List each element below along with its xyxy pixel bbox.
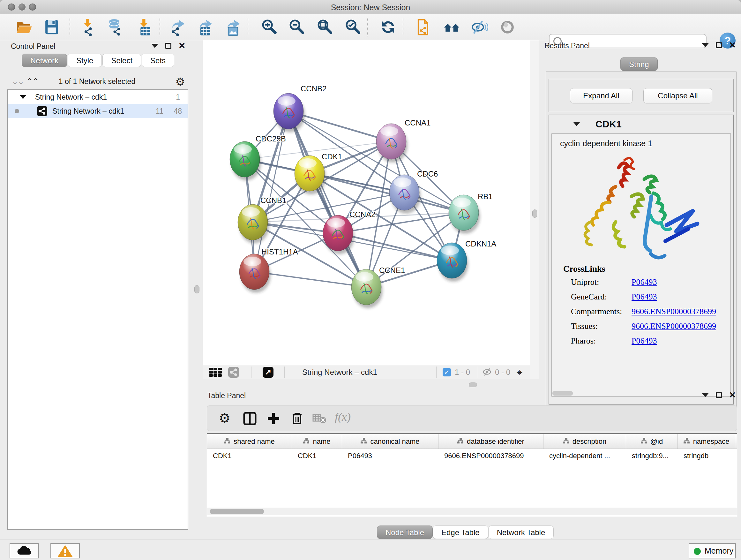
expand-all-button[interactable]: Expand All xyxy=(570,88,632,104)
column-header-shared-name[interactable]: shared name xyxy=(207,434,292,449)
tab-edge-table[interactable]: Edge Table xyxy=(433,525,488,539)
column-header-description[interactable]: description xyxy=(543,434,626,449)
import-table-from-file-icon[interactable] xyxy=(135,18,153,36)
column-header-canonical-name[interactable]: canonical name xyxy=(342,434,439,449)
zoom-in-icon[interactable] xyxy=(260,18,278,36)
float-panel-icon[interactable] xyxy=(716,392,722,398)
new-network-from-selection-icon[interactable] xyxy=(414,18,432,36)
collapse-entry-icon[interactable] xyxy=(573,122,580,126)
tab-string[interactable]: String xyxy=(620,57,658,71)
hide-selection-icon[interactable] xyxy=(470,18,488,36)
cell-name[interactable]: CDK1 xyxy=(292,449,342,463)
create-column-plus-icon[interactable] xyxy=(265,410,282,427)
panel-menu-icon[interactable] xyxy=(151,44,158,48)
network-edge[interactable] xyxy=(254,272,366,287)
network-node-CCNE1[interactable]: CCNE1 xyxy=(351,266,405,308)
crosslink-link[interactable]: P06493 xyxy=(631,292,657,302)
show-columns-icon[interactable] xyxy=(242,410,258,427)
network-node-CCNA1[interactable]: CCNA1 xyxy=(376,118,430,163)
tab-select[interactable]: Select xyxy=(103,54,141,67)
collapse-tree-icon[interactable] xyxy=(20,95,26,99)
cloud-status-button[interactable] xyxy=(10,543,39,558)
selected-checkbox-icon[interactable]: ✓ xyxy=(443,368,451,376)
cell-shared-name[interactable]: CDK1 xyxy=(207,449,292,463)
network-view-canvas[interactable]: CCNB2 CCNA1 CDC25B CDK1 CDC6 RB1 CCNB1 xyxy=(203,40,530,365)
warning-status-button[interactable] xyxy=(51,543,80,558)
tab-sets[interactable]: Sets xyxy=(142,54,174,67)
right-splitter-handle[interactable] xyxy=(532,209,537,218)
table-settings-gear-icon[interactable]: ⚙ xyxy=(219,410,235,427)
right-splitter[interactable] xyxy=(530,40,539,379)
toolbar-separator xyxy=(367,18,367,37)
gene-entry-header[interactable]: CDK1 xyxy=(549,115,733,133)
tab-network[interactable]: Network xyxy=(22,54,67,67)
network-node-CCNB1[interactable]: CCNB1 xyxy=(238,196,286,243)
export-network-icon[interactable] xyxy=(169,18,186,36)
network-node-CDKN1A[interactable]: CDKN1A xyxy=(437,240,496,282)
network-edge[interactable] xyxy=(288,111,366,287)
delete-table-icon[interactable] xyxy=(311,410,328,427)
memory-button[interactable]: Memory xyxy=(689,543,736,558)
float-panel-icon[interactable] xyxy=(165,43,172,49)
export-table-icon[interactable] xyxy=(196,18,214,36)
results-panel-title: Results Panel xyxy=(544,42,590,50)
network-node-RB1[interactable]: RB1 xyxy=(449,192,493,234)
cell-description[interactable]: cyclin-dependent ... xyxy=(543,449,626,463)
crosslink-link[interactable]: P06493 xyxy=(631,336,657,346)
zoom-selected-icon[interactable] xyxy=(344,18,362,36)
tab-network-table[interactable]: Network Table xyxy=(488,525,554,539)
crosslink-link[interactable]: 9606.ENSP00000378699 xyxy=(631,321,716,331)
table-horizontal-scrollbar[interactable] xyxy=(207,508,737,515)
column-header-namespace[interactable]: namespace xyxy=(678,434,735,449)
crosslink-link[interactable]: 9606.ENSP00000378699 xyxy=(631,307,716,316)
cell-namespace[interactable]: stringdb xyxy=(678,449,735,463)
function-builder-icon[interactable]: f(x) xyxy=(335,410,351,424)
open-in-window-icon[interactable]: ↗ xyxy=(263,367,273,378)
node-table[interactable]: shared namenamecanonical namedatabase id… xyxy=(207,433,737,516)
highlight-selection-icon[interactable] xyxy=(498,18,516,36)
network-share-icon[interactable] xyxy=(228,367,239,378)
zoom-fit-icon[interactable] xyxy=(316,18,334,36)
fit-selected-crosshair-icon[interactable]: ⌖ xyxy=(517,367,522,378)
column-header--id[interactable]: @id xyxy=(626,434,678,449)
collapse-all-button[interactable]: Collapse All xyxy=(643,88,712,104)
network-node-CCNB2[interactable]: CCNB2 xyxy=(273,84,327,132)
panel-menu-icon[interactable] xyxy=(702,43,709,47)
left-splitter-handle[interactable] xyxy=(194,285,199,294)
horizontal-splitter-handle[interactable] xyxy=(469,382,477,387)
network-node-HIST1H1A[interactable]: HIST1H1A xyxy=(239,247,298,293)
zoom-out-icon[interactable] xyxy=(288,18,306,36)
network-row-selected[interactable]: String Network – cdk1 11 48 xyxy=(8,104,188,118)
column-header-name[interactable]: name xyxy=(292,434,342,449)
cell-canonical-name[interactable]: P06493 xyxy=(342,449,439,463)
open-session-icon[interactable] xyxy=(15,18,32,36)
first-neighbors-icon[interactable] xyxy=(443,18,461,36)
crosslink-link[interactable]: P06493 xyxy=(631,277,657,287)
table-row[interactable]: CDK1CDK1P064939606.ENSP00000378699cyclin… xyxy=(207,449,737,463)
crosslink-row: Pharos:P06493 xyxy=(571,336,724,346)
import-network-from-database-icon[interactable] xyxy=(106,18,124,36)
cell--id[interactable]: stringdb:9... xyxy=(626,449,678,463)
apply-layout-refresh-icon[interactable] xyxy=(379,18,397,36)
export-image-icon[interactable] xyxy=(224,18,242,36)
delete-column-trash-icon[interactable] xyxy=(289,410,306,427)
save-session-icon[interactable] xyxy=(43,18,61,36)
close-panel-icon[interactable]: ✕ xyxy=(729,42,736,48)
network-type-icon xyxy=(37,106,47,116)
tab-style[interactable]: Style xyxy=(68,54,102,67)
column-header-database-identifier[interactable]: database identifier xyxy=(439,434,543,449)
network-options-gear-icon[interactable]: ⚙ xyxy=(176,75,185,88)
network-node-CDC25B[interactable]: CDC25B xyxy=(230,134,286,180)
close-panel-icon[interactable]: ✕ xyxy=(729,392,736,398)
birdseye-grid-icon[interactable] xyxy=(209,368,223,377)
panel-menu-icon[interactable] xyxy=(702,393,709,397)
tab-node-table[interactable]: Node Table xyxy=(377,525,433,539)
scrollbar-thumb[interactable] xyxy=(210,509,264,514)
import-network-from-file-icon[interactable] xyxy=(79,18,97,36)
horizontal-splitter[interactable] xyxy=(203,379,741,391)
close-panel-icon[interactable]: ✕ xyxy=(179,43,185,49)
network-collection-row[interactable]: String Network – cdk1 1 xyxy=(8,90,188,104)
cell-database-identifier[interactable]: 9606.ENSP00000378699 xyxy=(439,449,543,463)
network-node-CDC6[interactable]: CDC6 xyxy=(389,170,438,213)
float-panel-icon[interactable] xyxy=(716,42,722,48)
